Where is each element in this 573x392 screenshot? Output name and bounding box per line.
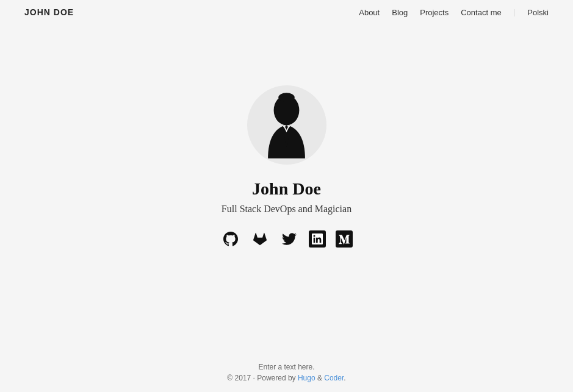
twitter-icon <box>282 232 297 246</box>
person-name: John Doe <box>252 179 321 199</box>
site-header: JOHN DOE About Blog Projects Contact me … <box>0 0 573 24</box>
site-title: JOHN DOE <box>24 7 74 17</box>
medium-link[interactable] <box>336 230 353 248</box>
avatar <box>247 85 326 165</box>
footer-amp: & <box>315 374 325 382</box>
coder-link[interactable]: Coder <box>324 374 344 382</box>
nav-about[interactable]: About <box>359 8 380 17</box>
hugo-link[interactable]: Hugo <box>298 374 315 382</box>
gitlab-icon <box>253 232 267 246</box>
footer-placeholder: Enter a text here. <box>10 363 563 371</box>
github-icon <box>223 232 238 246</box>
person-subtitle: Full Stack DevOps and Magician <box>222 204 351 215</box>
linkedin-icon <box>312 233 323 244</box>
svg-point-1 <box>278 93 295 102</box>
nav-contact[interactable]: Contact me <box>461 8 501 17</box>
avatar-image <box>258 91 315 159</box>
twitter-link[interactable] <box>279 229 299 249</box>
footer-credit-text: © 2017 · Powered by <box>227 374 298 382</box>
social-icons-container <box>221 229 353 249</box>
main-nav: About Blog Projects Contact me | Polski <box>359 7 549 17</box>
linkedin-link[interactable] <box>309 230 326 248</box>
medium-icon <box>339 233 350 244</box>
github-link[interactable] <box>221 229 240 249</box>
gitlab-link[interactable] <box>250 229 270 249</box>
main-content: John Doe Full Stack DevOps and Magician <box>0 24 573 273</box>
nav-lang[interactable]: Polski <box>527 8 549 17</box>
nav-divider: | <box>514 7 516 17</box>
nav-blog[interactable]: Blog <box>392 8 408 17</box>
footer-period: . <box>344 374 345 382</box>
nav-projects[interactable]: Projects <box>420 8 449 17</box>
site-footer: Enter a text here. © 2017 · Powered by H… <box>0 353 573 392</box>
footer-credit: © 2017 · Powered by Hugo & Coder. <box>10 374 563 382</box>
